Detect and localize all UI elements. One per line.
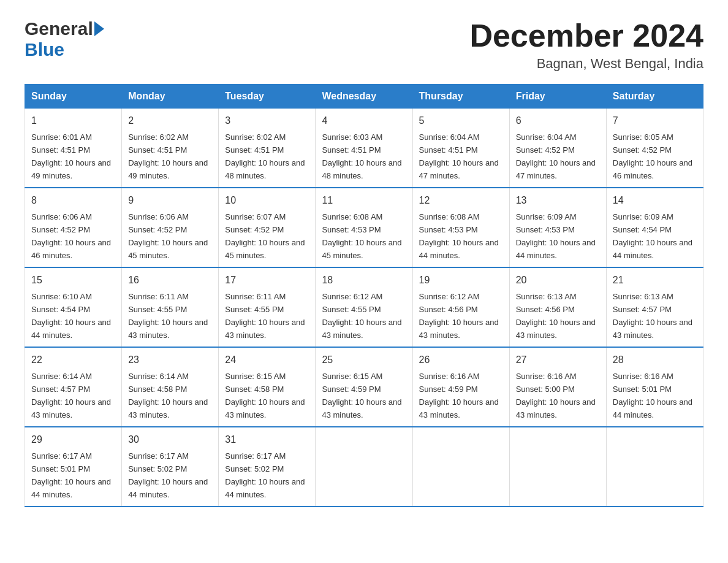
calendar-day-cell: 17Sunrise: 6:11 AMSunset: 4:55 PMDayligh…	[219, 267, 316, 347]
title-section: December 2024 Bagnan, West Bengal, India	[469, 18, 703, 72]
day-number: 16	[128, 273, 212, 288]
calendar-day-cell	[606, 427, 703, 507]
day-number: 7	[613, 113, 697, 128]
day-number: 4	[322, 113, 406, 128]
day-number: 17	[225, 273, 309, 288]
day-info: Sunrise: 6:09 AMSunset: 4:53 PMDaylight:…	[516, 212, 596, 260]
calendar-week-row: 29Sunrise: 6:17 AMSunset: 5:01 PMDayligh…	[25, 427, 703, 507]
day-number: 21	[613, 273, 697, 288]
day-info: Sunrise: 6:09 AMSunset: 4:54 PMDaylight:…	[613, 212, 692, 260]
day-info: Sunrise: 6:14 AMSunset: 4:58 PMDaylight:…	[128, 372, 208, 419]
day-number: 5	[419, 113, 503, 128]
logo-blue: Blue	[25, 39, 64, 59]
calendar-day-cell: 8Sunrise: 6:06 AMSunset: 4:52 PMDaylight…	[25, 188, 122, 267]
day-info: Sunrise: 6:16 AMSunset: 4:59 PMDaylight:…	[419, 372, 499, 419]
calendar-day-cell: 4Sunrise: 6:03 AMSunset: 4:51 PMDaylight…	[316, 109, 412, 188]
calendar-day-cell: 19Sunrise: 6:12 AMSunset: 4:56 PMDayligh…	[412, 267, 509, 347]
calendar-day-cell: 10Sunrise: 6:07 AMSunset: 4:52 PMDayligh…	[219, 188, 316, 267]
day-number: 26	[419, 353, 503, 367]
day-info: Sunrise: 6:08 AMSunset: 4:53 PMDaylight:…	[419, 212, 499, 260]
logo-general: General	[25, 18, 93, 39]
day-info: Sunrise: 6:07 AMSunset: 4:52 PMDaylight:…	[225, 212, 305, 260]
day-info: Sunrise: 6:02 AMSunset: 4:51 PMDaylight:…	[225, 132, 305, 180]
logo: General Blue	[25, 18, 104, 60]
logo-arrow-icon	[94, 21, 104, 36]
calendar-day-cell: 31Sunrise: 6:17 AMSunset: 5:02 PMDayligh…	[219, 427, 316, 507]
day-info: Sunrise: 6:14 AMSunset: 4:57 PMDaylight:…	[31, 372, 111, 419]
day-info: Sunrise: 6:12 AMSunset: 4:55 PMDaylight:…	[322, 292, 401, 340]
day-info: Sunrise: 6:17 AMSunset: 5:02 PMDaylight:…	[225, 451, 305, 499]
calendar-day-cell: 2Sunrise: 6:02 AMSunset: 4:51 PMDaylight…	[122, 109, 219, 188]
day-info: Sunrise: 6:05 AMSunset: 4:52 PMDaylight:…	[613, 132, 692, 180]
page-header: General Blue December 2024 Bagnan, West …	[25, 18, 703, 72]
day-number: 2	[128, 113, 212, 128]
day-number: 15	[31, 273, 115, 288]
day-info: Sunrise: 6:04 AMSunset: 4:51 PMDaylight:…	[419, 132, 499, 180]
calendar-day-cell	[412, 427, 509, 507]
day-info: Sunrise: 6:08 AMSunset: 4:53 PMDaylight:…	[322, 212, 401, 260]
day-info: Sunrise: 6:16 AMSunset: 5:00 PMDaylight:…	[516, 372, 596, 419]
calendar-day-cell: 1Sunrise: 6:01 AMSunset: 4:51 PMDaylight…	[25, 109, 122, 188]
day-header-wednesday: Wednesday	[316, 85, 412, 109]
calendar-day-cell: 9Sunrise: 6:06 AMSunset: 4:52 PMDaylight…	[122, 188, 219, 267]
day-info: Sunrise: 6:11 AMSunset: 4:55 PMDaylight:…	[225, 292, 305, 340]
calendar-week-row: 1Sunrise: 6:01 AMSunset: 4:51 PMDaylight…	[25, 109, 703, 188]
calendar-day-cell: 5Sunrise: 6:04 AMSunset: 4:51 PMDaylight…	[412, 109, 509, 188]
day-info: Sunrise: 6:13 AMSunset: 4:57 PMDaylight:…	[613, 292, 692, 340]
day-info: Sunrise: 6:11 AMSunset: 4:55 PMDaylight:…	[128, 292, 208, 340]
day-number: 3	[225, 113, 309, 128]
day-info: Sunrise: 6:01 AMSunset: 4:51 PMDaylight:…	[31, 132, 111, 180]
day-info: Sunrise: 6:04 AMSunset: 4:52 PMDaylight:…	[516, 132, 596, 180]
day-number: 6	[516, 113, 600, 128]
day-info: Sunrise: 6:12 AMSunset: 4:56 PMDaylight:…	[419, 292, 499, 340]
day-info: Sunrise: 6:06 AMSunset: 4:52 PMDaylight:…	[128, 212, 208, 260]
calendar-week-row: 8Sunrise: 6:06 AMSunset: 4:52 PMDaylight…	[25, 188, 703, 267]
day-number: 11	[322, 193, 406, 208]
calendar-day-cell	[316, 427, 412, 507]
day-number: 1	[31, 113, 115, 128]
calendar-day-cell: 29Sunrise: 6:17 AMSunset: 5:01 PMDayligh…	[25, 427, 122, 507]
day-number: 24	[225, 353, 309, 367]
calendar-day-cell: 26Sunrise: 6:16 AMSunset: 4:59 PMDayligh…	[412, 347, 509, 427]
day-header-saturday: Saturday	[606, 85, 703, 109]
day-header-tuesday: Tuesday	[219, 85, 316, 109]
calendar-day-cell: 16Sunrise: 6:11 AMSunset: 4:55 PMDayligh…	[122, 267, 219, 347]
calendar-day-cell: 3Sunrise: 6:02 AMSunset: 4:51 PMDaylight…	[219, 109, 316, 188]
day-number: 18	[322, 273, 406, 288]
calendar-title: December 2024	[469, 18, 703, 53]
calendar-week-row: 15Sunrise: 6:10 AMSunset: 4:54 PMDayligh…	[25, 267, 703, 347]
calendar-day-cell: 27Sunrise: 6:16 AMSunset: 5:00 PMDayligh…	[509, 347, 606, 427]
calendar-day-cell: 6Sunrise: 6:04 AMSunset: 4:52 PMDaylight…	[509, 109, 606, 188]
calendar-day-cell: 7Sunrise: 6:05 AMSunset: 4:52 PMDaylight…	[606, 109, 703, 188]
day-number: 10	[225, 193, 309, 208]
calendar-day-cell: 15Sunrise: 6:10 AMSunset: 4:54 PMDayligh…	[25, 267, 122, 347]
day-info: Sunrise: 6:10 AMSunset: 4:54 PMDaylight:…	[31, 292, 111, 340]
day-header-thursday: Thursday	[412, 85, 509, 109]
day-number: 19	[419, 273, 503, 288]
calendar-day-cell: 25Sunrise: 6:15 AMSunset: 4:59 PMDayligh…	[316, 347, 412, 427]
day-number: 14	[613, 193, 697, 208]
day-number: 22	[31, 353, 115, 367]
day-header-monday: Monday	[122, 85, 219, 109]
calendar-day-cell: 14Sunrise: 6:09 AMSunset: 4:54 PMDayligh…	[606, 188, 703, 267]
day-number: 8	[31, 193, 115, 208]
calendar-day-cell: 22Sunrise: 6:14 AMSunset: 4:57 PMDayligh…	[25, 347, 122, 427]
calendar-header-row: SundayMondayTuesdayWednesdayThursdayFrid…	[25, 85, 703, 109]
calendar-table: SundayMondayTuesdayWednesdayThursdayFrid…	[25, 84, 703, 507]
day-number: 28	[613, 353, 697, 367]
day-number: 12	[419, 193, 503, 208]
day-info: Sunrise: 6:13 AMSunset: 4:56 PMDaylight:…	[516, 292, 596, 340]
day-number: 27	[516, 353, 600, 367]
calendar-subtitle: Bagnan, West Bengal, India	[469, 56, 703, 72]
day-header-friday: Friday	[509, 85, 606, 109]
calendar-day-cell: 11Sunrise: 6:08 AMSunset: 4:53 PMDayligh…	[316, 188, 412, 267]
day-info: Sunrise: 6:02 AMSunset: 4:51 PMDaylight:…	[128, 132, 208, 180]
day-number: 23	[128, 353, 212, 367]
day-info: Sunrise: 6:15 AMSunset: 4:59 PMDaylight:…	[322, 372, 401, 419]
calendar-day-cell: 18Sunrise: 6:12 AMSunset: 4:55 PMDayligh…	[316, 267, 412, 347]
calendar-day-cell: 28Sunrise: 6:16 AMSunset: 5:01 PMDayligh…	[606, 347, 703, 427]
day-number: 30	[128, 432, 212, 447]
day-number: 9	[128, 193, 212, 208]
calendar-day-cell: 13Sunrise: 6:09 AMSunset: 4:53 PMDayligh…	[509, 188, 606, 267]
calendar-day-cell: 21Sunrise: 6:13 AMSunset: 4:57 PMDayligh…	[606, 267, 703, 347]
